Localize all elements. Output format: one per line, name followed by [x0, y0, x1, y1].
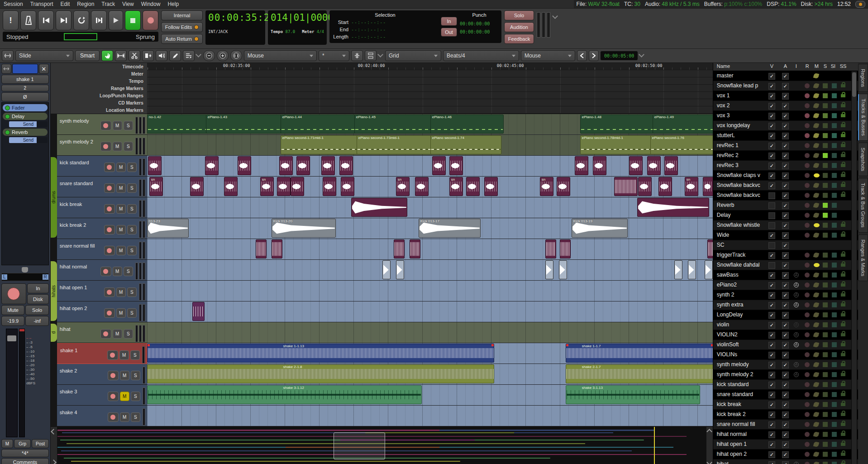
sync-source-button[interactable]: Internal — [161, 10, 203, 20]
track-record-button[interactable] — [104, 183, 115, 193]
active-checkbox[interactable]: ✓ — [782, 242, 789, 249]
shrink-tracks-button[interactable] — [351, 50, 363, 61]
visible-checkbox[interactable]: ✓ — [768, 441, 775, 448]
zoom-out-button[interactable] — [203, 50, 215, 61]
region[interactable]: ePiano second-1.74 — [430, 135, 501, 154]
visible-checkbox[interactable]: ✓ — [768, 133, 775, 139]
editor-mixer-resize-icon[interactable] — [2, 50, 14, 61]
smart-mode-button[interactable]: Smart — [75, 50, 100, 61]
peak-display[interactable]: -inf — [25, 316, 48, 326]
region[interactable] — [190, 177, 204, 196]
track-list-row[interactable]: synth 2✓✓ — [713, 290, 858, 300]
region[interactable] — [323, 177, 336, 196]
active-checkbox[interactable]: ✓ — [782, 93, 789, 100]
region[interactable] — [272, 239, 282, 258]
track-header[interactable]: shake 4MS — [51, 406, 147, 426]
track-solo-button[interactable]: S — [127, 246, 137, 255]
track-mute-button[interactable]: M — [116, 246, 126, 255]
track-list-row[interactable]: snare standard✓✓ — [713, 390, 858, 400]
track-canvas[interactable]: no-1.42ePiano-1.43ePiano-1.44ePiano-1.45… — [147, 114, 713, 426]
region[interactable]: no-1.42 — [147, 115, 207, 134]
active-checkbox[interactable]: ✓ — [782, 133, 789, 139]
monitor-disk-button[interactable]: Disk — [27, 294, 49, 304]
primary-clock[interactable]: 00:00:35:25 INT/JACK — [205, 10, 265, 45]
strip-mute-button[interactable]: Mute — [1, 305, 24, 315]
visible-checkbox[interactable]: ✓ — [768, 372, 775, 378]
group-button-small[interactable]: Grp — [14, 439, 31, 448]
active-checkbox[interactable]: ✓ — [782, 143, 789, 149]
menu-transport[interactable]: Transport — [27, 1, 57, 7]
col-v[interactable]: V — [770, 63, 773, 69]
track-lane[interactable]: shake 1-1.13shake 1-1.7 — [147, 343, 713, 364]
region[interactable]: ePiano second-1.78mid-1 — [580, 135, 651, 154]
visible-checkbox[interactable]: ✓ — [768, 402, 775, 408]
track-mute-button[interactable]: M — [116, 225, 126, 234]
processor-slot[interactable]: Delay — [3, 113, 48, 120]
track-mute-button[interactable]: M — [120, 412, 129, 422]
region[interactable] — [560, 239, 571, 258]
region[interactable]: shake 3-1.12 — [147, 385, 422, 404]
play-range-button[interactable] — [91, 10, 107, 30]
summary-left-nav[interactable] — [51, 427, 57, 464]
active-checkbox[interactable]: ✓ — [782, 392, 789, 398]
group-tab-drums[interactable]: drums — [51, 157, 57, 238]
punch-error-button[interactable]: ! — [3, 10, 19, 30]
track-list-row[interactable]: snare normal fill✓✓ — [713, 420, 858, 430]
menu-window[interactable]: Window — [138, 1, 164, 7]
region[interactable] — [205, 156, 219, 175]
visible-checkbox[interactable] — [768, 202, 775, 209]
edit-mode-dropdown[interactable]: Slide — [15, 50, 73, 61]
track-list-row[interactable]: revRec 3✓✓ — [713, 161, 858, 171]
group-tab-d[interactable]: d — [51, 324, 57, 342]
active-checkbox[interactable]: ✓ — [782, 312, 789, 319]
active-checkbox[interactable]: ✓ — [782, 302, 789, 309]
transport-options-chevron-icon[interactable] — [552, 13, 558, 19]
track-solo-button[interactable]: S — [124, 267, 133, 276]
active-checkbox[interactable]: ✓ — [782, 202, 789, 209]
visible-checkbox[interactable]: ✓ — [768, 362, 775, 368]
active-checkbox[interactable]: ✓ — [782, 163, 789, 169]
menu-view[interactable]: View — [119, 1, 138, 7]
region[interactable] — [545, 239, 556, 258]
ruler-row-6[interactable] — [148, 106, 713, 114]
track-list-row[interactable]: vox longdelay✓✓ — [713, 121, 858, 131]
region[interactable]: sn — [149, 177, 163, 196]
track-solo-button[interactable]: S — [124, 329, 133, 339]
region[interactable]: shake 1-1.7 — [566, 344, 713, 363]
active-checkbox[interactable]: ✓ — [782, 461, 789, 464]
col-r[interactable]: R — [806, 63, 809, 69]
region[interactable] — [688, 260, 696, 279]
processor-box[interactable]: FaderDelaySendReverbSend — [1, 102, 49, 265]
track-record-button[interactable] — [104, 204, 115, 214]
visible-checkbox[interactable] — [768, 192, 775, 199]
side-tab-snapshots[interactable]: Snapshots — [858, 143, 868, 176]
visible-checkbox[interactable]: ✓ — [768, 292, 775, 299]
track-solo-button[interactable]: S — [130, 350, 140, 360]
visible-checkbox[interactable]: ✓ — [768, 83, 775, 90]
region[interactable]: sn — [396, 177, 410, 196]
track-list-row[interactable]: sawBass✓✓ — [713, 270, 858, 280]
track-list-row[interactable]: Wide✓✓ — [713, 230, 858, 240]
track-mute-button[interactable]: M — [113, 121, 122, 130]
active-checkbox[interactable]: ✓ — [782, 113, 789, 120]
region[interactable] — [664, 156, 678, 175]
processor-slot[interactable]: Reverb — [3, 129, 48, 136]
visible-checkbox[interactable]: ✓ — [768, 123, 775, 129]
visible-checkbox[interactable]: ✓ — [768, 342, 775, 349]
active-checkbox[interactable]: ✓ — [782, 342, 789, 349]
track-header[interactable]: shake 2MS — [51, 364, 147, 385]
grid-unit-dropdown[interactable]: Beats/4 — [443, 50, 519, 61]
ruler-row-5[interactable] — [148, 99, 713, 106]
region[interactable]: ePiano-1.43 — [206, 115, 281, 134]
col-s[interactable]: S — [824, 63, 827, 69]
track-mute-button[interactable]: M — [119, 350, 129, 360]
range-tool-button[interactable] — [115, 50, 127, 61]
track-list-row[interactable]: hihat open 2✓✓ — [713, 450, 858, 459]
active-checkbox[interactable]: ✓ — [782, 103, 789, 110]
track-height-dropdown[interactable]: * — [319, 50, 349, 61]
session-summary[interactable] — [57, 427, 706, 464]
side-tab-ranges-marks[interactable]: Ranges & Marks — [858, 234, 868, 281]
active-checkbox[interactable]: ✓ — [782, 382, 789, 388]
ruler-label-cd-markers[interactable]: CD Markers — [51, 99, 147, 106]
region[interactable]: ePiano second-1.73mid-1 — [357, 135, 431, 154]
